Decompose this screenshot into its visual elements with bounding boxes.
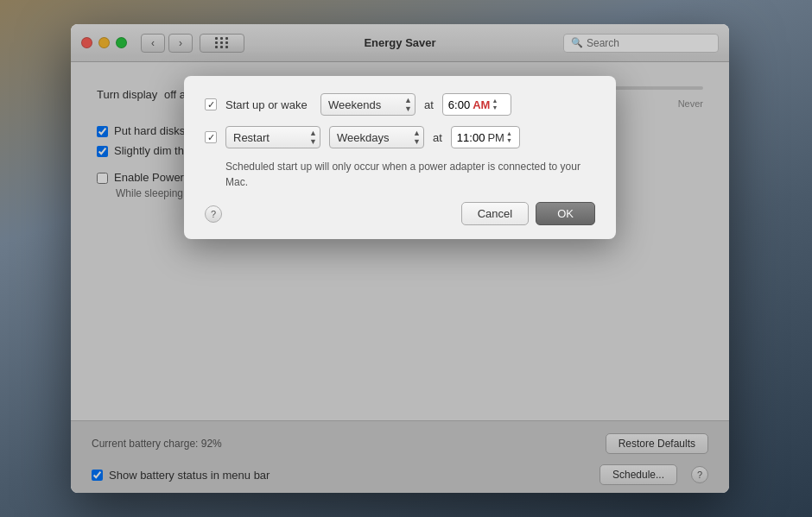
dialog-row2-action-wrapper: Restart Shut Down Sleep ▲ ▼ [225, 126, 320, 148]
dialog-help-icon: ? [211, 209, 216, 219]
dialog-row2-stepper-down[interactable]: ▼ [506, 137, 512, 144]
dialog-row-1: Start up or wake Weekends Weekdays Every… [205, 93, 595, 116]
dialog-row1-time: 6:00 [448, 98, 470, 111]
dialog-row2-schedule-wrapper: Weekdays Weekends Every Day ▲ ▼ [329, 126, 424, 148]
dialog-row2-checkbox[interactable] [205, 131, 217, 143]
dialog-row1-stepper[interactable]: ▲ ▼ [492, 98, 498, 112]
energy-saver-window: ‹ › Energy Saver 🔍 Turn display off afte… [71, 24, 729, 493]
dialog-help-button[interactable]: ? [205, 205, 222, 223]
dialog-row2-schedule-select[interactable]: Weekdays Weekends Every Day [329, 126, 424, 148]
dialog-row1-schedule-wrapper: Weekends Weekdays Every Day ▲ ▼ [320, 93, 416, 116]
ok-button[interactable]: OK [536, 202, 595, 225]
dialog-row2-period: PM [487, 131, 504, 144]
dialog-row1-label: Start up or wake [225, 98, 312, 111]
dialog-row1-checkbox[interactable] [205, 98, 217, 110]
dialog-row-2: Restart Shut Down Sleep ▲ ▼ Weekdays Wee… [205, 126, 595, 148]
dialog-row1-at: at [424, 98, 434, 111]
schedule-dialog-overlay: Start up or wake Weekends Weekdays Every… [71, 24, 729, 493]
dialog-row2-stepper[interactable]: ▲ ▼ [506, 130, 512, 145]
dialog-row2-action-select[interactable]: Restart Shut Down Sleep [225, 126, 320, 148]
dialog-row1-period: AM [473, 98, 490, 111]
dialog-note-text: Scheduled start up will only occur when … [225, 161, 580, 188]
schedule-dialog: Start up or wake Weekends Weekdays Every… [184, 76, 616, 239]
dialog-row2-time-display: 11:00 PM ▲ ▼ [451, 126, 520, 148]
stepper-up-icon[interactable]: ▲ [492, 98, 498, 104]
dialog-row1-schedule-select[interactable]: Weekends Weekdays Every Day [320, 93, 416, 116]
dialog-note: Scheduled start up will only occur when … [225, 159, 595, 190]
dialog-row2-stepper-up[interactable]: ▲ [506, 130, 512, 137]
dialog-actions: ? Cancel OK [205, 202, 595, 225]
dialog-row1-time-display: 6:00 AM ▲ ▼ [442, 93, 511, 116]
cancel-button[interactable]: Cancel [461, 202, 529, 225]
dialog-row2-at: at [433, 131, 442, 144]
stepper-down-icon[interactable]: ▼ [492, 104, 498, 111]
dialog-row2-time: 11:00 [457, 131, 485, 144]
